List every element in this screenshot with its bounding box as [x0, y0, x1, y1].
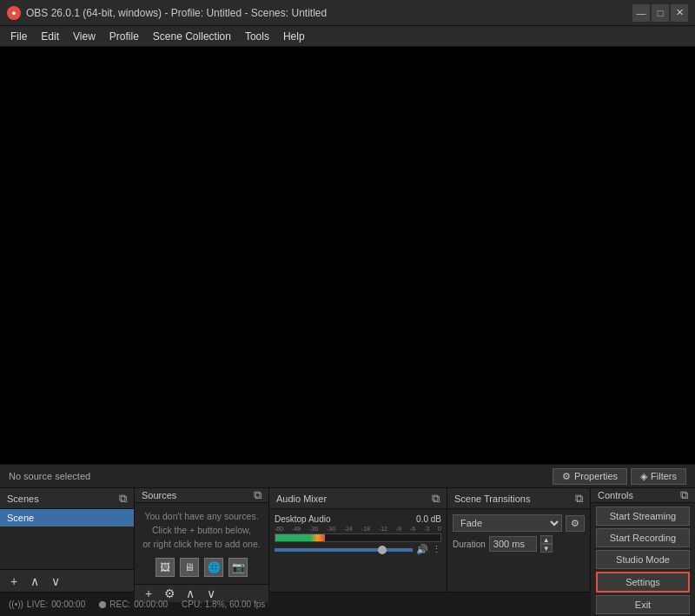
controls-content: Start Streaming Start Recording Studio M… [591, 503, 695, 616]
volume-slider[interactable] [275, 548, 413, 552]
menu-bar: File Edit View Profile Scene Collection … [0, 26, 695, 47]
transitions-panel-title: Scene Transitions [454, 493, 530, 504]
audio-track-db: 0.0 dB [416, 514, 441, 524]
audio-content: Desktop Audio 0.0 dB -60-48-36-30-24-18-… [269, 509, 447, 592]
rec-time: 00:00:00 [134, 599, 168, 609]
close-button[interactable]: ✕ [671, 4, 688, 22]
duration-label: Duration [453, 540, 486, 549]
properties-button[interactable]: ⚙ Properties [553, 468, 627, 485]
transition-select-row: Fade Cut Swipe ⚙ [453, 514, 585, 532]
sources-panel-header: Sources ⧉ [135, 488, 268, 503]
exit-button[interactable]: Exit [596, 595, 690, 614]
audio-panel-header: Audio Mixer ⧉ [269, 488, 447, 509]
live-time: 00:00:00 [51, 599, 85, 609]
transitions-panel: Scene Transitions ⧉ Fade Cut Swipe ⚙ Dur… [447, 488, 591, 592]
cpu-info: CPU: 1.8%, 60.00 fps [182, 599, 265, 609]
scenes-panel-title: Scenes [7, 493, 39, 504]
audio-track-name: Desktop Audio [275, 514, 331, 524]
audio-panel-title: Audio Mixer [276, 493, 327, 504]
footer-cpu: CPU: 1.8%, 60.00 fps [182, 599, 265, 609]
maximize-button[interactable]: □ [652, 4, 669, 22]
footer-rec: REC: 00:00:00 [99, 599, 168, 609]
sources-expand-icon[interactable]: ⧉ [254, 488, 261, 502]
image-source-icon: 🖼 [156, 558, 175, 577]
settings-button[interactable]: Settings [596, 572, 690, 593]
sources-panel: Sources ⧉ You don't have any sources.Cli… [135, 488, 269, 592]
menu-view[interactable]: View [66, 29, 103, 44]
menu-profile[interactable]: Profile [103, 29, 146, 44]
transitions-content: Fade Cut Swipe ⚙ Duration ▲ ▼ [447, 509, 590, 592]
audio-meter-scale: -60-48-36-30-24-18-12-9-6-30 [275, 526, 441, 532]
live-broadcast-icon: ((•)) [9, 599, 23, 609]
menu-scene-collection[interactable]: Scene Collection [146, 29, 238, 44]
start-recording-button[interactable]: Start Recording [596, 528, 690, 547]
duration-arrows: ▲ ▼ [540, 535, 553, 553]
browser-source-icon: 🌐 [204, 558, 223, 577]
start-streaming-button[interactable]: Start Streaming [596, 507, 690, 526]
transition-gear-button[interactable]: ⚙ [566, 515, 585, 532]
status-bar: No source selected ⚙ Properties ◈ Filter… [0, 464, 695, 488]
filter-icon: ◈ [640, 471, 647, 482]
live-label: LIVE: [27, 599, 48, 609]
audio-track-desktop: Desktop Audio 0.0 dB -60-48-36-30-24-18-… [275, 514, 441, 555]
camera-source-icon: 📷 [228, 558, 248, 577]
audio-meter [275, 533, 441, 542]
duration-down-button[interactable]: ▼ [540, 544, 553, 553]
sources-hint-text: You don't have any sources.Click the + b… [142, 510, 260, 551]
scene-item[interactable]: Scene [0, 509, 134, 527]
scenes-list: Scene [0, 509, 134, 569]
sources-content: You don't have any sources.Click the + b… [135, 503, 268, 584]
preview-canvas [0, 47, 695, 464]
audio-panel: Audio Mixer ⧉ Desktop Audio 0.0 dB -60-4… [269, 488, 447, 592]
audio-options-icon[interactable]: ⋮ [432, 544, 441, 555]
transitions-expand-icon[interactable]: ⧉ [575, 492, 583, 506]
bottom-panel: Scenes ⧉ Scene + ∧ ∨ Sources ⧉ You don't… [0, 488, 695, 592]
duration-row: Duration ▲ ▼ [453, 535, 585, 553]
controls-panel: Controls ⧉ Start Streaming Start Recordi… [591, 488, 695, 592]
source-type-icons: 🖼 🖥 🌐 📷 [156, 558, 248, 577]
audio-expand-icon[interactable]: ⧉ [432, 492, 440, 506]
sources-panel-title: Sources [142, 490, 176, 500]
audio-controls: 🔊 ⋮ [275, 544, 441, 555]
controls-panel-header: Controls ⧉ [591, 488, 695, 503]
scenes-footer: + ∧ ∨ [0, 569, 134, 592]
rec-label: REC: [109, 599, 130, 609]
status-source-text: No source selected [9, 471, 535, 481]
scenes-expand-icon[interactable]: ⧉ [119, 492, 127, 506]
title-bar: ● OBS 26.0.1 (64-bit, windows) - Profile… [0, 0, 695, 26]
status-buttons: ⚙ Properties ◈ Filters [553, 468, 686, 485]
audio-track-header: Desktop Audio 0.0 dB [275, 514, 441, 524]
speaker-icon[interactable]: 🔊 [416, 544, 428, 555]
scenes-panel-header: Scenes ⧉ [0, 488, 134, 509]
gear-icon: ⚙ [562, 471, 571, 482]
title-bar-controls: — □ ✕ [632, 4, 688, 22]
menu-help[interactable]: Help [276, 29, 312, 44]
transitions-panel-header: Scene Transitions ⧉ [447, 488, 590, 509]
rec-dot [99, 601, 106, 608]
duration-up-button[interactable]: ▲ [540, 535, 553, 544]
audio-meter-fill [275, 534, 325, 541]
minimize-button[interactable]: — [632, 4, 650, 22]
menu-file[interactable]: File [3, 29, 34, 44]
controls-panel-title: Controls [598, 490, 633, 500]
scenes-add-button[interactable]: + [5, 573, 23, 590]
filters-button[interactable]: ◈ Filters [631, 468, 686, 485]
window-title: OBS 26.0.1 (64-bit, windows) - Profile: … [26, 7, 327, 19]
display-source-icon: 🖥 [180, 558, 199, 577]
menu-tools[interactable]: Tools [238, 29, 276, 44]
scenes-up-button[interactable]: ∧ [26, 573, 43, 590]
controls-expand-icon[interactable]: ⧉ [680, 488, 688, 502]
obs-icon: ● [7, 6, 21, 20]
footer-live: ((•)) LIVE: 00:00:00 [9, 599, 85, 609]
scenes-panel: Scenes ⧉ Scene + ∧ ∨ [0, 488, 135, 592]
menu-edit[interactable]: Edit [34, 29, 66, 44]
scenes-down-button[interactable]: ∨ [47, 573, 64, 590]
duration-input[interactable] [489, 536, 537, 552]
transition-type-select[interactable]: Fade Cut Swipe [453, 514, 562, 532]
studio-mode-button[interactable]: Studio Mode [596, 550, 690, 569]
title-bar-left: ● OBS 26.0.1 (64-bit, windows) - Profile… [7, 6, 327, 20]
